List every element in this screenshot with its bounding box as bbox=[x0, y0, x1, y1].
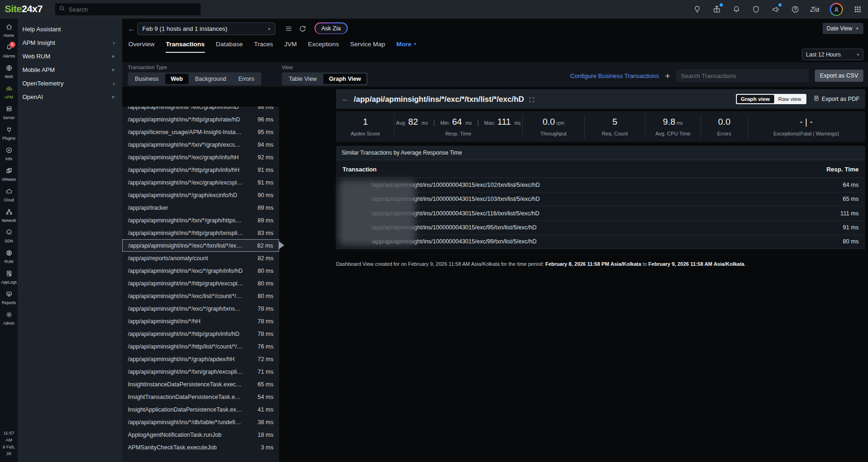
transaction-row[interactable]: /app/api/apminsight/ins/*/http/graph/txn… bbox=[122, 227, 279, 239]
transaction-row[interactable]: InsightInstanceDataPersistenceTask.execu… bbox=[122, 378, 279, 391]
tab-service-map[interactable]: Service Map bbox=[350, 41, 385, 52]
menu-icon[interactable] bbox=[285, 25, 293, 33]
rail-item-apm[interactable]: APM bbox=[0, 85, 18, 100]
raw-view-toggle[interactable]: Raw view bbox=[774, 95, 805, 103]
transaction-row[interactable]: /app/api/apminsight/ins/*/graph/apdex/hH… bbox=[122, 353, 279, 365]
help-icon[interactable] bbox=[791, 5, 800, 14]
transaction-row[interactable]: /app/api/apminsight/ins/*/db/table/*/und… bbox=[122, 416, 279, 428]
transaction-row[interactable]: ApplogAgentNotificationTask.runJob18 ms bbox=[122, 428, 279, 441]
tab-exceptions[interactable]: Exceptions bbox=[308, 41, 339, 52]
configure-business-transactions-link[interactable]: Configure Business Transactions bbox=[570, 72, 659, 79]
export-pdf-button[interactable]: Export as PDF bbox=[813, 95, 860, 103]
similar-transaction-row[interactable]: \app/api/apminsight/ins/1000000043015/ex… bbox=[336, 220, 865, 235]
tab-jvm[interactable]: JVM bbox=[284, 41, 297, 52]
transaction-row[interactable]: /app/api/apminsight/ins/*/http/graph/rat… bbox=[122, 113, 279, 126]
similar-transaction-row[interactable]: \app/api/apminsight/ins/1000000043015/ex… bbox=[336, 206, 865, 220]
site24x7-logo[interactable]: Site24x7 bbox=[5, 3, 42, 14]
sidebar-item-opentelemetry[interactable]: OpenTelemetry› bbox=[18, 77, 122, 90]
bell-icon[interactable] bbox=[732, 5, 741, 14]
add-business-transaction-icon[interactable]: + bbox=[665, 71, 670, 80]
transaction-row[interactable]: /app/api/apminsight/ins/*/http/list/*/co… bbox=[122, 340, 279, 353]
transaction-row[interactable]: /app/api/apminsight/ins/*/exc/*/graph/tx… bbox=[122, 302, 279, 315]
global-search[interactable] bbox=[55, 3, 201, 15]
transaction-row[interactable]: /app/api/license_usage/APM-Insight-Insta… bbox=[122, 126, 279, 138]
view-table-view[interactable]: Table View bbox=[283, 74, 322, 84]
rail-item-plugins[interactable]: Plugins bbox=[0, 126, 18, 141]
rail-item-applogs[interactable]: AppLogs bbox=[0, 270, 18, 284]
transaction-row[interactable]: InsightTransactionDataPersistenceTask.ex… bbox=[122, 391, 279, 403]
rail-item-web[interactable]: Web bbox=[0, 64, 18, 79]
refresh-icon[interactable] bbox=[299, 25, 307, 33]
search-transactions-input[interactable] bbox=[676, 69, 809, 82]
back-icon[interactable]: ← bbox=[128, 25, 135, 33]
avatar[interactable] bbox=[830, 3, 843, 16]
avatar-icon[interactable] bbox=[830, 3, 843, 16]
rail-item-rum[interactable]: RUM bbox=[0, 249, 18, 264]
time-range-selector[interactable]: Last 12 Hours ▾ bbox=[802, 49, 863, 60]
rail-item-alarms[interactable]: Alarms6 bbox=[0, 44, 18, 58]
transaction-row[interactable]: /app/api/apminsight/ins/*/exc/graph/info… bbox=[122, 151, 279, 163]
transaction-name: APMSanityCheckTask.executeJob bbox=[128, 444, 217, 451]
transaction-row[interactable]: /app/api/apminsight/ins/*/http/graph/inf… bbox=[122, 327, 279, 340]
back-icon[interactable]: ← bbox=[342, 95, 349, 103]
expand-icon[interactable] bbox=[529, 96, 535, 102]
zia-icon[interactable]: Zia bbox=[810, 5, 819, 14]
export-csv-button[interactable]: Export as CSV bbox=[815, 70, 863, 82]
rail-item-cloud[interactable]: Cloud bbox=[0, 188, 18, 202]
rail-item-reports[interactable]: Reports bbox=[0, 291, 18, 305]
filter-business[interactable]: Business bbox=[129, 74, 164, 84]
sidebar-item-openai[interactable]: OpenAI+ bbox=[18, 90, 122, 104]
rail-item-home[interactable]: Home bbox=[0, 23, 18, 38]
lightbulb-icon[interactable] bbox=[693, 5, 702, 14]
transaction-row[interactable]: /app/api/apminsight/ins/*/graph/excinfo/… bbox=[122, 189, 279, 201]
similar-transaction-row[interactable]: \app/api/apminsight/ins/1000000043015/ex… bbox=[336, 192, 865, 206]
transaction-row[interactable]: /app/api/apminsight/ins/*/http/graph/exc… bbox=[122, 277, 279, 290]
apps-grid-icon[interactable] bbox=[853, 5, 862, 14]
megaphone-icon[interactable] bbox=[771, 5, 780, 14]
transaction-list-panel[interactable]: /app/api/apminsight/ins/*/exc/graph/info… bbox=[122, 107, 279, 462]
transaction-row-selected[interactable]: /app/api/apminsight/ins/*/exc/*/txn/list… bbox=[122, 239, 279, 252]
shield-icon[interactable] bbox=[751, 5, 761, 14]
filter-background[interactable]: Background bbox=[189, 74, 232, 84]
ask-zia-button[interactable]: Ask Zia bbox=[315, 22, 348, 34]
tab-overview[interactable]: Overview bbox=[128, 41, 154, 52]
rail-item-sdn[interactable]: SDN bbox=[0, 229, 18, 243]
filter-errors[interactable]: Errors bbox=[233, 74, 260, 84]
rail-item-admin[interactable]: Admin bbox=[0, 311, 18, 326]
sidebar-item-mobile-apm[interactable]: Mobile APM+ bbox=[18, 63, 122, 77]
rail-item-network[interactable]: Network bbox=[0, 208, 18, 223]
rail-item-server[interactable]: Server bbox=[0, 106, 18, 120]
gift-icon[interactable] bbox=[712, 5, 721, 14]
sidebar-item-help-assistant[interactable]: Help Assistant bbox=[18, 22, 122, 36]
graph-view-toggle[interactable]: Graph view bbox=[737, 95, 774, 103]
sidebar-item-apm-insight[interactable]: APM Insight› bbox=[18, 36, 122, 50]
transaction-row[interactable]: /app/api/apminsight/ins/*/exc/list/*/cou… bbox=[122, 290, 279, 302]
tab-database[interactable]: Database bbox=[216, 41, 243, 52]
transaction-row[interactable]: /app/api/apminsight/ins/*/txn/*/graph/ht… bbox=[122, 214, 279, 227]
transaction-row[interactable]: /app/api/apminsight/ins/*/hH78 ms bbox=[122, 315, 279, 327]
rail-item-vmware[interactable]: VMware bbox=[0, 167, 18, 182]
date-view-button[interactable]: Date View ▼ bbox=[823, 23, 863, 34]
filter-web[interactable]: Web bbox=[165, 74, 189, 84]
transaction-row[interactable]: APMSanityCheckTask.executeJob3 ms bbox=[122, 441, 279, 454]
sidebar-item-web-rum[interactable]: Web RUM+ bbox=[18, 50, 122, 63]
transaction-row[interactable]: /app/api/reports/anomaly/count82 ms bbox=[122, 252, 279, 264]
transaction-row[interactable]: /app/api/apminsight/ins/*/txn/*/graph/ex… bbox=[122, 138, 279, 151]
transaction-row[interactable]: /app/api/apminsight/ins/*/http/graph/inf… bbox=[122, 163, 279, 176]
monitor-selector[interactable]: Feb 9 (1 hosts and 1 instances) ▾ bbox=[137, 22, 275, 35]
tab-traces[interactable]: Traces bbox=[254, 41, 273, 52]
similar-transaction-row[interactable]: \app/api/apminsight/ins/1000000043015/ex… bbox=[336, 235, 865, 249]
transaction-row[interactable]: /app/api/tracker89 ms bbox=[122, 201, 279, 214]
rail-item-label: Reports bbox=[2, 300, 16, 305]
transaction-row[interactable]: /app/api/apminsight/ins/*/exc/*/graph/in… bbox=[122, 264, 279, 277]
tab-more[interactable]: More▼ bbox=[396, 41, 417, 52]
similar-transaction-row[interactable]: \app/api/apminsight/ins/1000000043015/ex… bbox=[336, 178, 865, 192]
transaction-row[interactable]: /app/api/apminsight/ins/*/exc/graph/info… bbox=[122, 107, 279, 113]
transaction-row[interactable]: /app/api/apminsight/ins/*/exc/graph/excs… bbox=[122, 176, 279, 189]
tab-transactions[interactable]: Transactions bbox=[166, 41, 204, 53]
transaction-row[interactable]: /app/api/apminsight/ins/*/txn/graph/excs… bbox=[122, 365, 279, 378]
view-graph-view[interactable]: Graph View bbox=[323, 74, 367, 84]
rail-item-k8s[interactable]: K8s bbox=[0, 147, 18, 161]
transaction-row[interactable]: InsightApplicationDataPersistenceTask.ex… bbox=[122, 403, 279, 416]
global-search-input[interactable] bbox=[69, 6, 197, 13]
